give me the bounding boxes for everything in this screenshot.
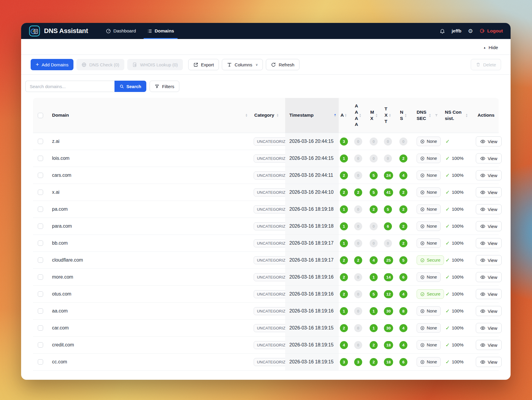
ns-count-badge: 4 <box>399 324 407 332</box>
timestamp: 2026-03-16 18:19:15 <box>285 342 334 347</box>
sort-icon[interactable]: ▲▼ <box>429 113 431 117</box>
ns-count-badge: 6 <box>399 273 407 281</box>
check-icon: ✓ <box>445 240 450 246</box>
col-header-domain[interactable]: Domain <box>52 112 69 118</box>
view-button[interactable]: View <box>476 204 502 214</box>
circle-x-icon <box>420 309 425 313</box>
ns-consistency-value: 100% <box>452 240 464 246</box>
domain-name: credit.com <box>48 342 74 347</box>
col-header-timestamp[interactable]: Timestamp <box>289 112 314 118</box>
row-checkbox[interactable] <box>38 257 43 263</box>
table-row: cc.com UNCATEGORIZED 2026-03-16 18:19:15… <box>33 354 499 371</box>
col-header-mx[interactable]: MX <box>370 109 375 122</box>
col-header-aaaa[interactable]: AAAA <box>355 103 358 128</box>
row-checkbox[interactable] <box>38 190 43 195</box>
col-header-dnssec[interactable]: DNSSEC <box>417 109 427 122</box>
select-all-checkbox[interactable] <box>38 113 43 118</box>
view-button[interactable]: View <box>476 187 502 197</box>
export-icon <box>193 62 198 67</box>
timestamp: 2026-03-16 18:19:18 <box>285 207 334 212</box>
ns-consistency-value: 100% <box>452 359 464 365</box>
view-button[interactable]: View <box>476 153 502 163</box>
col-header-ns[interactable]: NS <box>400 109 404 122</box>
columns-button[interactable]: Columns ∨ <box>222 59 263 70</box>
check-icon: ✓ <box>445 189 450 196</box>
mx-count-badge: 1 <box>370 324 378 332</box>
col-header-a[interactable]: A <box>340 112 344 118</box>
view-button[interactable]: View <box>476 357 502 367</box>
category-badge: UNCATEGORIZED <box>254 307 285 315</box>
row-checkbox[interactable] <box>38 291 43 297</box>
hide-bar: ▲ Hide <box>21 39 511 54</box>
domains-list-icon <box>147 29 152 34</box>
row-checkbox[interactable] <box>38 308 43 314</box>
view-button[interactable]: View <box>476 340 502 350</box>
search-button[interactable]: Search <box>114 81 146 92</box>
sort-icon[interactable]: ▲▼ <box>245 113 248 117</box>
eye-icon <box>480 241 485 246</box>
dnssec-badge: Secure <box>417 289 444 299</box>
row-checkbox[interactable] <box>38 359 43 365</box>
username: jeffb <box>452 28 462 34</box>
sort-icon[interactable]: ▲▼ <box>276 113 279 117</box>
sort-icon[interactable]: ▲▼ <box>375 113 378 117</box>
refresh-button[interactable]: Refresh <box>266 59 299 70</box>
col-header-category[interactable]: Category <box>254 112 274 118</box>
table-header-row: Domain▲▼ Category▲▼ Timestamp▲▼ A▲▼ AAAA… <box>33 98 499 133</box>
view-button[interactable]: View <box>476 255 502 265</box>
sort-icon[interactable]: ▲▼ <box>389 113 391 117</box>
view-button[interactable]: View <box>476 221 502 231</box>
ns-consistency-value: 100% <box>452 291 464 297</box>
col-header-txt[interactable]: TXT <box>385 106 388 125</box>
dnssec-status: None <box>427 224 437 229</box>
row-checkbox[interactable] <box>38 156 43 161</box>
filter-funnel-icon[interactable] <box>434 113 438 117</box>
timestamp: 2026-03-16 20:44:11 <box>285 173 333 178</box>
txt-count-badge: 12 <box>384 290 393 298</box>
check-icon: ✓ <box>445 308 450 314</box>
sort-icon[interactable]: ▲▼ <box>344 113 347 117</box>
dnssec-badge: None <box>417 137 441 146</box>
view-button[interactable]: View <box>476 170 502 180</box>
nav-domains[interactable]: Domains <box>144 23 178 39</box>
add-domains-button[interactable]: + Add Domains <box>31 59 73 70</box>
row-checkbox[interactable] <box>38 139 43 144</box>
view-button[interactable]: View <box>476 306 502 316</box>
category-badge: UNCATEGORIZED <box>254 222 285 230</box>
row-checkbox[interactable] <box>38 325 43 331</box>
view-button[interactable]: View <box>476 238 502 248</box>
row-checkbox[interactable] <box>38 342 43 348</box>
dns-check-button[interactable]: DNS Check (0) <box>76 59 124 70</box>
timestamp: 2026-03-16 18:19:15 <box>285 359 334 364</box>
filters-button[interactable]: Filters <box>150 81 179 92</box>
delete-button[interactable]: Delete <box>471 59 501 70</box>
col-header-ns-consist[interactable]: NS Consist. <box>445 109 463 122</box>
view-button[interactable]: View <box>476 323 502 333</box>
row-checkbox[interactable] <box>38 173 43 178</box>
sort-icon[interactable]: ▲▼ <box>359 113 361 117</box>
circle-x-icon <box>420 207 425 212</box>
search-input[interactable] <box>25 81 114 92</box>
txt-count-badge: 41 <box>384 188 393 196</box>
category-badge: UNCATEGORIZED <box>254 171 285 179</box>
logout-button[interactable]: Logout <box>479 28 503 34</box>
whois-lookup-button[interactable]: WHOIS Lookup (0) <box>127 59 183 70</box>
mx-count-badge: 1 <box>370 307 378 315</box>
row-checkbox[interactable] <box>38 224 43 229</box>
hide-button[interactable]: ▲ Hide <box>483 45 498 50</box>
nav-dashboard[interactable]: Dashboard <box>102 23 139 39</box>
view-button[interactable]: View <box>476 136 502 146</box>
sort-icon-active[interactable]: ▲▼ <box>334 113 336 117</box>
gear-icon[interactable]: ⚙ <box>468 28 473 34</box>
bell-icon[interactable] <box>440 28 445 34</box>
export-button[interactable]: Export <box>188 59 219 70</box>
sort-icon[interactable]: ▲▼ <box>465 113 468 117</box>
row-checkbox[interactable] <box>38 207 43 212</box>
category-badge: UNCATEGORIZED <box>254 341 285 349</box>
view-button[interactable]: View <box>476 289 502 299</box>
sort-icon[interactable]: ▲▼ <box>404 113 407 117</box>
view-button[interactable]: View <box>476 272 502 282</box>
row-checkbox[interactable] <box>38 240 43 246</box>
ns-count-badge: 2 <box>399 205 407 213</box>
row-checkbox[interactable] <box>38 274 43 280</box>
